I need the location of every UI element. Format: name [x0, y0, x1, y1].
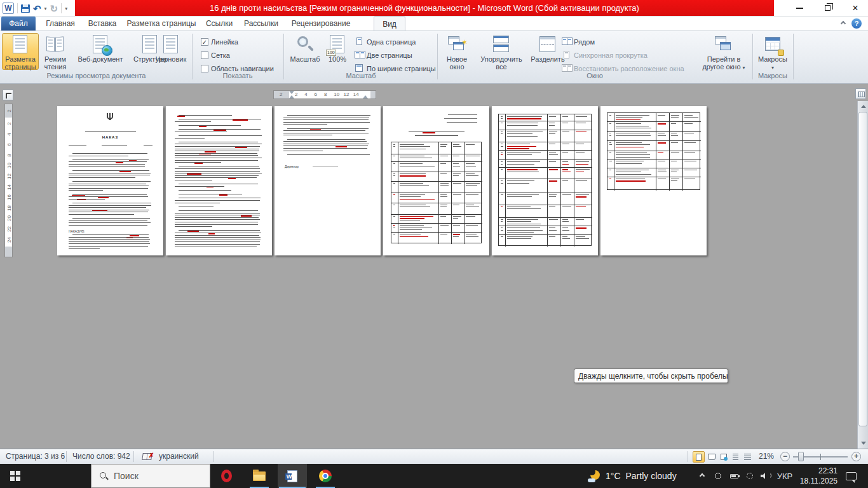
word-app-icon[interactable] — [3, 3, 14, 14]
taskbar-chrome-button[interactable] — [311, 464, 340, 488]
status-reading-view-button[interactable] — [705, 451, 717, 463]
minimize-button[interactable] — [790, 1, 808, 15]
text-line — [175, 146, 260, 147]
print-layout-view-icon — [696, 454, 702, 461]
arrange-all-button[interactable]: Упорядочить все — [475, 33, 527, 70]
collapse-ribbon-button[interactable] — [839, 19, 848, 28]
tab-review[interactable]: Рецензирование — [286, 17, 356, 30]
action-center-button[interactable] — [841, 464, 860, 488]
status-print-layout-button[interactable] — [693, 451, 705, 463]
split-label: Разделить — [529, 55, 566, 63]
view-side-by-side-button[interactable]: Рядом — [562, 36, 595, 47]
taskbar-search-input[interactable]: Поиск — [91, 464, 210, 488]
scroll-up-button[interactable] — [858, 101, 868, 111]
undo-caret-icon[interactable]: ▾ — [44, 6, 47, 11]
ruler-checkbox-item[interactable]: ✓ Линейка — [201, 36, 238, 47]
vertical-scrollbar[interactable] — [857, 101, 868, 449]
qat-customize-button[interactable]: ▾ — [65, 6, 67, 11]
two-pages-button[interactable]: Две страницы — [355, 50, 412, 60]
zoom-in-button[interactable]: + — [851, 452, 861, 461]
scroll-down-button[interactable] — [858, 438, 868, 448]
taskbar-weather-widget[interactable]: 1°C Partly cloudy — [588, 464, 677, 488]
document-page-3[interactable]: Директор — [275, 106, 381, 255]
zoom-slider-thumb[interactable] — [798, 452, 804, 461]
tab-file[interactable]: Файл — [1, 17, 36, 30]
page-text: Директор — [285, 165, 299, 168]
new-window-button[interactable]: Новое окно — [440, 33, 474, 70]
text-line — [175, 219, 260, 220]
page-indicator[interactable]: Страница: 3 из 6 — [6, 452, 65, 461]
tab-references[interactable]: Ссылки — [202, 17, 236, 30]
macros-button[interactable]: Макросы▾ — [755, 33, 790, 70]
ruler-toggle-button[interactable] — [855, 88, 866, 99]
document-page-4[interactable] — [383, 106, 489, 255]
tab-home[interactable]: Главная — [42, 17, 79, 30]
zoom-out-button[interactable]: − — [780, 452, 790, 461]
tab-insert[interactable]: Вставка — [84, 17, 121, 30]
checkbox-unchecked-icon[interactable] — [201, 65, 208, 72]
print-layout-button[interactable]: Разметка страницы — [2, 33, 39, 70]
text-line — [69, 166, 145, 167]
text-line — [175, 149, 259, 149]
tray-network-icon[interactable] — [742, 464, 757, 488]
window-controls: × — [790, 0, 864, 16]
save-button[interactable] — [21, 4, 30, 13]
text-line — [175, 244, 260, 245]
web-layout-button[interactable]: Веб-документ — [72, 33, 129, 70]
language-indicator[interactable]: украинский — [159, 452, 199, 461]
status-web-layout-button[interactable] — [717, 451, 729, 463]
text-line — [336, 146, 347, 147]
text-line — [179, 115, 232, 116]
tray-show-hidden-icons-button[interactable] — [695, 464, 709, 488]
text-line — [283, 146, 368, 146]
text-line — [194, 163, 203, 164]
start-button[interactable] — [0, 464, 31, 488]
close-icon: × — [852, 3, 858, 13]
checkbox-unchecked-icon[interactable] — [201, 51, 208, 59]
undo-button[interactable]: ↶ — [33, 4, 41, 13]
text-line — [283, 119, 369, 120]
status-outline-view-button[interactable] — [729, 451, 742, 463]
synchronous-scrolling-label: Синхронная прокрутка — [574, 51, 648, 59]
keyboard-layout-indicator[interactable]: УКР — [774, 464, 796, 488]
split-button[interactable]: Разделить — [529, 33, 567, 70]
document-page-2[interactable] — [166, 106, 272, 255]
taskbar-explorer-button[interactable] — [245, 464, 274, 488]
tab-mailings[interactable]: Рассылки — [241, 17, 281, 30]
hide-whitespace-tooltip: Дважды щелкните, чтобы скрыть пробелы — [574, 369, 728, 383]
weather-condition: Partly cloudy — [626, 471, 677, 481]
scrollbar-thumb[interactable] — [858, 112, 867, 426]
checkbox-checked-icon[interactable]: ✓ — [201, 38, 208, 46]
zoom-100-button[interactable]: 100% — [324, 33, 351, 70]
tab-page-layout[interactable]: Разметка страницы — [126, 17, 197, 30]
restore-button[interactable] — [818, 1, 836, 15]
reading-view-button[interactable]: Режим чтения — [39, 33, 71, 70]
document-table — [498, 114, 592, 246]
document-page-1[interactable]: НАКАЗНАКАЗУЮ: — [57, 106, 163, 255]
switch-windows-button[interactable]: Перейти в другое окно ▾ — [696, 33, 751, 70]
close-button[interactable]: × — [846, 1, 864, 15]
gridlines-checkbox-item[interactable]: Сетка — [201, 50, 230, 60]
tray-status-icon[interactable] — [710, 464, 726, 488]
chrome-icon — [319, 470, 332, 482]
text-line — [448, 114, 477, 115]
help-icon: ? — [855, 20, 859, 27]
text-line — [69, 212, 148, 212]
tray-battery-icon[interactable] — [726, 464, 742, 488]
zoom-level[interactable]: 21% — [759, 452, 774, 461]
draft-view-button[interactable]: Черновик — [152, 33, 190, 70]
tray-volume-icon[interactable] — [757, 464, 773, 488]
one-page-button[interactable]: Одна страница — [355, 36, 416, 47]
document-page-6[interactable] — [600, 106, 707, 255]
tab-view[interactable]: Вид — [374, 17, 405, 30]
zoom-button[interactable]: Масштаб — [287, 33, 323, 70]
document-page-5[interactable] — [492, 106, 598, 255]
text-line — [179, 125, 241, 126]
taskbar-word-button[interactable] — [278, 464, 307, 488]
help-button[interactable]: ? — [851, 18, 862, 29]
taskbar-clock[interactable]: 22:31 18.11.2025 — [796, 466, 837, 486]
status-draft-view-button[interactable] — [742, 451, 754, 463]
text-line — [179, 207, 214, 207]
word-count[interactable]: Число слов: 942 — [72, 452, 130, 461]
taskbar-opera-button[interactable] — [212, 464, 241, 488]
